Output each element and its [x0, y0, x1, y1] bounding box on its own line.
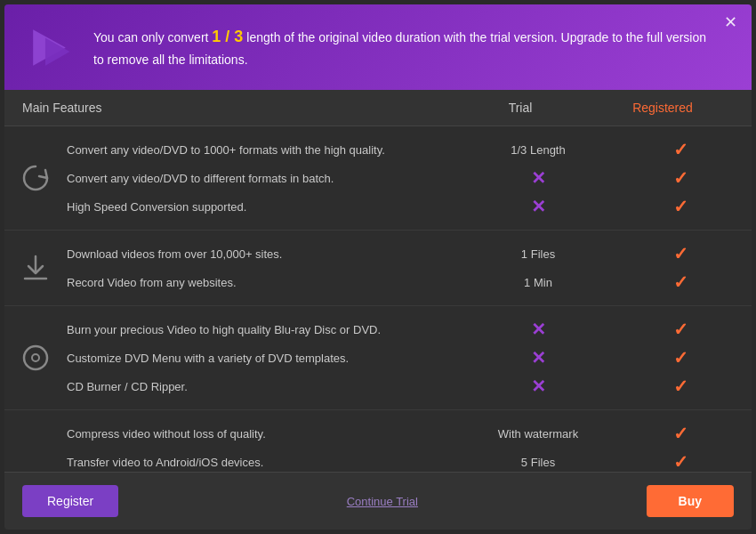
feature-icon-dots — [4, 419, 67, 472]
feature-name: Transfer video to Android/iOS devices. — [67, 448, 467, 472]
feature-trial-value: ✕ — [467, 372, 609, 400]
feature-name: Record Video from any websites. — [67, 268, 467, 296]
feature-trial-value: ✕ — [467, 192, 609, 221]
feature-trial-value: 1/3 Length — [467, 135, 609, 164]
feature-group-3: Compress video without loss of quality.W… — [4, 410, 752, 472]
feature-registered-value: ✓ — [609, 135, 752, 164]
app-logo — [22, 20, 76, 74]
feature-icon-disc — [4, 315, 67, 400]
svg-point-4 — [24, 346, 47, 369]
feature-trial-value: ✕ — [467, 344, 609, 372]
feature-registered-value: ✓ — [609, 192, 752, 221]
feature-name: CD Burner / CD Ripper. — [67, 372, 467, 400]
col-registered-label: Registered — [591, 101, 734, 115]
feature-registered-value: ✓ — [609, 164, 752, 192]
header: You can only convert 1 / 3 length of the… — [4, 4, 752, 90]
feature-name: Customize DVD Menu with a variety of DVD… — [67, 344, 467, 372]
feature-name: Compress video without loss of quality. — [67, 419, 467, 448]
col-trial-label: Trial — [449, 101, 591, 115]
dialog: You can only convert 1 / 3 length of the… — [4, 4, 752, 530]
continue-trial-button[interactable]: Continue Trial — [347, 495, 418, 508]
feature-group-1: Download videos from over 10,000+ sites.… — [4, 231, 752, 306]
feature-group-2: Burn your precious Video to high quality… — [4, 306, 752, 410]
footer: Register Continue Trial Buy — [4, 472, 752, 530]
feature-name: Burn your precious Video to high quality… — [67, 315, 467, 344]
feature-trial-value: 5 Files — [467, 448, 609, 472]
feature-icon-download — [4, 239, 67, 296]
feature-registered-value: ✓ — [609, 268, 752, 296]
feature-trial-value: ✕ — [467, 315, 609, 344]
svg-marker-1 — [44, 37, 69, 65]
feature-trial-value: With watermark — [467, 419, 609, 448]
header-message: You can only convert 1 / 3 length of the… — [93, 24, 707, 69]
feature-name: Convert any video/DVD to 1000+ formats w… — [67, 135, 467, 164]
feature-name: Convert any video/DVD to different forma… — [67, 164, 467, 192]
feature-trial-value: ✕ — [467, 164, 609, 192]
feature-name: Download videos from over 10,000+ sites. — [67, 239, 467, 268]
feature-icon-convert — [4, 135, 67, 221]
header-fraction-highlight: 1 / 3 — [212, 28, 243, 45]
feature-group-0: Convert any video/DVD to 1000+ formats w… — [4, 126, 752, 231]
feature-trial-value: 1 Files — [467, 239, 609, 268]
feature-registered-value: ✓ — [609, 419, 752, 448]
feature-trial-value: 1 Min — [467, 268, 609, 296]
table-header: Main Features Trial Registered — [4, 90, 752, 126]
feature-registered-value: ✓ — [609, 448, 752, 472]
feature-name: High Speed Conversion supported. — [67, 192, 467, 221]
features-area: Convert any video/DVD to 1000+ formats w… — [4, 126, 752, 472]
header-text-before: You can only convert — [93, 30, 208, 44]
svg-point-5 — [32, 354, 39, 361]
col-main-label: Main Features — [22, 101, 449, 115]
close-button[interactable]: ✕ — [720, 12, 741, 33]
feature-registered-value: ✓ — [609, 372, 752, 400]
register-button[interactable]: Register — [22, 485, 118, 517]
buy-button[interactable]: Buy — [647, 485, 734, 517]
feature-registered-value: ✓ — [609, 315, 752, 344]
feature-registered-value: ✓ — [609, 344, 752, 372]
feature-registered-value: ✓ — [609, 239, 752, 268]
